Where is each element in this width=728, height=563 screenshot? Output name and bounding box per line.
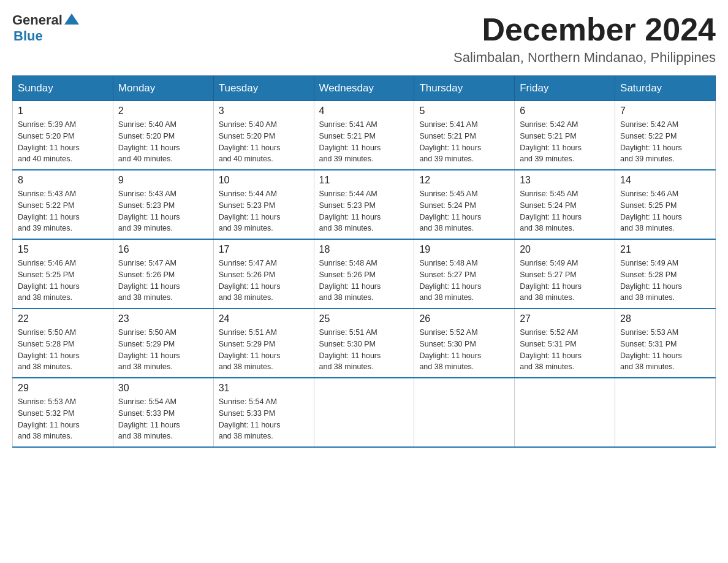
table-row: 10 Sunrise: 5:44 AM Sunset: 5:23 PM Dayl… xyxy=(213,170,314,239)
table-row: 13 Sunrise: 5:45 AM Sunset: 5:24 PM Dayl… xyxy=(515,170,615,239)
day-info: Sunrise: 5:54 AM Sunset: 5:33 PM Dayligh… xyxy=(118,396,208,442)
day-info: Sunrise: 5:42 AM Sunset: 5:22 PM Dayligh… xyxy=(620,119,710,165)
calendar-table: Sunday Monday Tuesday Wednesday Thursday… xyxy=(12,75,716,448)
day-info: Sunrise: 5:42 AM Sunset: 5:21 PM Dayligh… xyxy=(520,119,610,165)
table-row: 17 Sunrise: 5:47 AM Sunset: 5:26 PM Dayl… xyxy=(213,239,314,308)
day-info: Sunrise: 5:51 AM Sunset: 5:30 PM Dayligh… xyxy=(319,327,409,373)
table-row: 25 Sunrise: 5:51 AM Sunset: 5:30 PM Dayl… xyxy=(314,308,414,378)
col-friday: Friday xyxy=(515,76,615,101)
logo-text-general: General xyxy=(12,12,63,28)
day-number: 9 xyxy=(118,175,208,186)
day-number: 18 xyxy=(319,244,409,255)
day-info: Sunrise: 5:39 AM Sunset: 5:20 PM Dayligh… xyxy=(18,119,108,165)
month-title: December 2024 xyxy=(453,12,716,47)
table-row: 7 Sunrise: 5:42 AM Sunset: 5:22 PM Dayli… xyxy=(615,101,716,170)
day-number: 24 xyxy=(219,313,309,324)
day-number: 4 xyxy=(319,105,409,117)
day-info: Sunrise: 5:45 AM Sunset: 5:24 PM Dayligh… xyxy=(419,188,509,234)
table-row: 31 Sunrise: 5:54 AM Sunset: 5:33 PM Dayl… xyxy=(213,378,314,447)
day-number: 3 xyxy=(219,105,309,117)
table-row: 20 Sunrise: 5:49 AM Sunset: 5:27 PM Dayl… xyxy=(515,239,615,308)
table-row: 2 Sunrise: 5:40 AM Sunset: 5:20 PM Dayli… xyxy=(113,101,213,170)
page-header: General Blue December 2024 Salimbalan, N… xyxy=(12,12,716,66)
col-sunday: Sunday xyxy=(13,76,113,101)
logo: General Blue xyxy=(12,12,79,44)
day-info: Sunrise: 5:44 AM Sunset: 5:23 PM Dayligh… xyxy=(219,188,309,234)
day-info: Sunrise: 5:44 AM Sunset: 5:23 PM Dayligh… xyxy=(319,188,409,234)
calendar-week-row: 22 Sunrise: 5:50 AM Sunset: 5:28 PM Dayl… xyxy=(13,308,716,378)
table-row: 29 Sunrise: 5:53 AM Sunset: 5:32 PM Dayl… xyxy=(13,378,113,447)
day-number: 21 xyxy=(620,244,710,255)
day-info: Sunrise: 5:40 AM Sunset: 5:20 PM Dayligh… xyxy=(219,119,309,165)
day-number: 6 xyxy=(520,105,610,117)
day-number: 29 xyxy=(18,383,108,394)
table-row: 11 Sunrise: 5:44 AM Sunset: 5:23 PM Dayl… xyxy=(314,170,414,239)
col-wednesday: Wednesday xyxy=(314,76,414,101)
day-number: 12 xyxy=(419,175,509,186)
location-subtitle: Salimbalan, Northern Mindanao, Philippin… xyxy=(453,50,716,66)
calendar-week-row: 29 Sunrise: 5:53 AM Sunset: 5:32 PM Dayl… xyxy=(13,378,716,447)
day-number: 20 xyxy=(520,244,610,255)
day-info: Sunrise: 5:52 AM Sunset: 5:31 PM Dayligh… xyxy=(520,327,610,373)
table-row: 5 Sunrise: 5:41 AM Sunset: 5:21 PM Dayli… xyxy=(414,101,515,170)
day-number: 17 xyxy=(219,244,309,255)
day-number: 23 xyxy=(118,313,208,324)
day-number: 31 xyxy=(219,383,309,394)
table-row: 4 Sunrise: 5:41 AM Sunset: 5:21 PM Dayli… xyxy=(314,101,414,170)
day-number: 30 xyxy=(118,383,208,394)
calendar-header-row: Sunday Monday Tuesday Wednesday Thursday… xyxy=(13,76,716,101)
table-row xyxy=(615,378,716,447)
table-row: 19 Sunrise: 5:48 AM Sunset: 5:27 PM Dayl… xyxy=(414,239,515,308)
day-info: Sunrise: 5:47 AM Sunset: 5:26 PM Dayligh… xyxy=(219,258,309,304)
table-row: 8 Sunrise: 5:43 AM Sunset: 5:22 PM Dayli… xyxy=(13,170,113,239)
table-row: 16 Sunrise: 5:47 AM Sunset: 5:26 PM Dayl… xyxy=(113,239,213,308)
table-row: 9 Sunrise: 5:43 AM Sunset: 5:23 PM Dayli… xyxy=(113,170,213,239)
day-number: 5 xyxy=(419,105,509,117)
table-row: 14 Sunrise: 5:46 AM Sunset: 5:25 PM Dayl… xyxy=(615,170,716,239)
day-number: 1 xyxy=(18,105,108,117)
day-info: Sunrise: 5:45 AM Sunset: 5:24 PM Dayligh… xyxy=(520,188,610,234)
table-row xyxy=(414,378,515,447)
col-tuesday: Tuesday xyxy=(213,76,314,101)
table-row: 30 Sunrise: 5:54 AM Sunset: 5:33 PM Dayl… xyxy=(113,378,213,447)
day-number: 22 xyxy=(18,313,108,324)
calendar-week-row: 8 Sunrise: 5:43 AM Sunset: 5:22 PM Dayli… xyxy=(13,170,716,239)
table-row: 26 Sunrise: 5:52 AM Sunset: 5:30 PM Dayl… xyxy=(414,308,515,378)
logo-triangle-icon xyxy=(64,13,79,25)
table-row: 1 Sunrise: 5:39 AM Sunset: 5:20 PM Dayli… xyxy=(13,101,113,170)
col-thursday: Thursday xyxy=(414,76,515,101)
logo-text-blue: Blue xyxy=(13,28,43,44)
day-info: Sunrise: 5:46 AM Sunset: 5:25 PM Dayligh… xyxy=(620,188,710,234)
table-row xyxy=(515,378,615,447)
day-info: Sunrise: 5:40 AM Sunset: 5:20 PM Dayligh… xyxy=(118,119,208,165)
day-info: Sunrise: 5:41 AM Sunset: 5:21 PM Dayligh… xyxy=(419,119,509,165)
day-info: Sunrise: 5:47 AM Sunset: 5:26 PM Dayligh… xyxy=(118,258,208,304)
day-number: 27 xyxy=(520,313,610,324)
day-number: 13 xyxy=(520,175,610,186)
table-row: 27 Sunrise: 5:52 AM Sunset: 5:31 PM Dayl… xyxy=(515,308,615,378)
day-info: Sunrise: 5:53 AM Sunset: 5:31 PM Dayligh… xyxy=(620,327,710,373)
day-number: 14 xyxy=(620,175,710,186)
day-number: 10 xyxy=(219,175,309,186)
day-info: Sunrise: 5:43 AM Sunset: 5:23 PM Dayligh… xyxy=(118,188,208,234)
day-info: Sunrise: 5:49 AM Sunset: 5:27 PM Dayligh… xyxy=(520,258,610,304)
day-number: 11 xyxy=(319,175,409,186)
day-info: Sunrise: 5:49 AM Sunset: 5:28 PM Dayligh… xyxy=(620,258,710,304)
title-area: December 2024 Salimbalan, Northern Minda… xyxy=(453,12,716,66)
day-info: Sunrise: 5:43 AM Sunset: 5:22 PM Dayligh… xyxy=(18,188,108,234)
day-number: 8 xyxy=(18,175,108,186)
day-info: Sunrise: 5:52 AM Sunset: 5:30 PM Dayligh… xyxy=(419,327,509,373)
day-number: 25 xyxy=(319,313,409,324)
day-number: 15 xyxy=(18,244,108,255)
calendar-week-row: 15 Sunrise: 5:46 AM Sunset: 5:25 PM Dayl… xyxy=(13,239,716,308)
day-number: 26 xyxy=(419,313,509,324)
table-row: 21 Sunrise: 5:49 AM Sunset: 5:28 PM Dayl… xyxy=(615,239,716,308)
calendar-week-row: 1 Sunrise: 5:39 AM Sunset: 5:20 PM Dayli… xyxy=(13,101,716,170)
day-number: 2 xyxy=(118,105,208,117)
day-info: Sunrise: 5:46 AM Sunset: 5:25 PM Dayligh… xyxy=(18,258,108,304)
table-row: 15 Sunrise: 5:46 AM Sunset: 5:25 PM Dayl… xyxy=(13,239,113,308)
col-monday: Monday xyxy=(113,76,213,101)
table-row: 23 Sunrise: 5:50 AM Sunset: 5:29 PM Dayl… xyxy=(113,308,213,378)
day-number: 16 xyxy=(118,244,208,255)
day-info: Sunrise: 5:51 AM Sunset: 5:29 PM Dayligh… xyxy=(219,327,309,373)
